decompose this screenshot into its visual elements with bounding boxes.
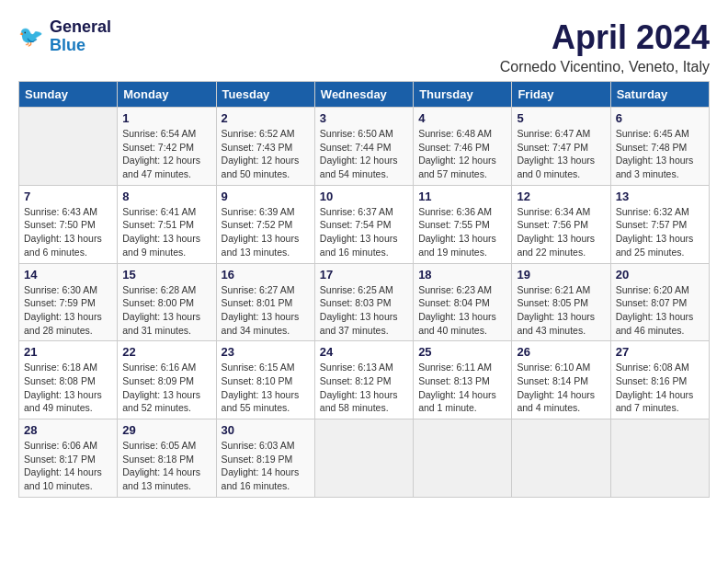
- calendar-cell: 25Sunrise: 6:11 AMSunset: 8:13 PMDayligh…: [414, 341, 512, 419]
- weekday-header-row: SundayMondayTuesdayWednesdayThursdayFrid…: [19, 82, 710, 108]
- calendar-header: SundayMondayTuesdayWednesdayThursdayFrid…: [19, 82, 710, 108]
- day-number: 24: [320, 345, 408, 359]
- day-number: 1: [122, 111, 210, 125]
- day-number: 8: [122, 190, 210, 203]
- page-header: 🐦 General Blue April 2024 Cornedo Vicent…: [18, 18, 710, 75]
- weekday-header-thursday: Thursday: [414, 82, 512, 108]
- calendar-cell: 9Sunrise: 6:39 AMSunset: 7:52 PMDaylight…: [216, 185, 314, 263]
- calendar-cell: 1Sunrise: 6:54 AMSunset: 7:42 PMDaylight…: [118, 108, 216, 186]
- day-number: 28: [24, 423, 112, 437]
- day-info: Sunrise: 6:03 AMSunset: 8:19 PMDaylight:…: [222, 439, 310, 493]
- day-info: Sunrise: 6:06 AMSunset: 8:17 PMDaylight:…: [24, 439, 112, 493]
- day-number: 18: [418, 268, 506, 282]
- day-number: 14: [24, 268, 112, 282]
- calendar-cell: 29Sunrise: 6:05 AMSunset: 8:18 PMDayligh…: [118, 419, 216, 498]
- day-number: 3: [320, 111, 408, 125]
- day-number: 22: [122, 345, 210, 359]
- weekday-header-monday: Monday: [118, 82, 216, 108]
- calendar-cell: [414, 419, 512, 498]
- day-info: Sunrise: 6:27 AMSunset: 8:01 PMDaylight:…: [222, 283, 310, 338]
- day-number: 29: [122, 423, 210, 437]
- calendar-cell: 17Sunrise: 6:25 AMSunset: 8:03 PMDayligh…: [314, 263, 413, 341]
- calendar-cell: [19, 108, 118, 186]
- calendar-cell: 13Sunrise: 6:32 AMSunset: 7:57 PMDayligh…: [610, 185, 709, 263]
- day-number: 26: [517, 345, 605, 359]
- calendar-cell: 26Sunrise: 6:10 AMSunset: 8:14 PMDayligh…: [512, 341, 610, 419]
- day-info: Sunrise: 6:37 AMSunset: 7:54 PMDaylight:…: [320, 205, 408, 259]
- day-number: 5: [517, 111, 605, 125]
- day-number: 13: [616, 190, 704, 203]
- day-number: 21: [24, 345, 112, 359]
- day-info: Sunrise: 6:41 AMSunset: 7:51 PMDaylight:…: [122, 205, 210, 259]
- calendar-cell: 8Sunrise: 6:41 AMSunset: 7:51 PMDaylight…: [118, 185, 216, 263]
- svg-text:🐦: 🐦: [18, 24, 44, 49]
- day-info: Sunrise: 6:48 AMSunset: 7:46 PMDaylight:…: [418, 127, 506, 181]
- day-info: Sunrise: 6:11 AMSunset: 8:13 PMDaylight:…: [418, 361, 506, 415]
- day-info: Sunrise: 6:08 AMSunset: 8:16 PMDaylight:…: [616, 361, 704, 415]
- day-info: Sunrise: 6:54 AMSunset: 7:42 PMDaylight:…: [122, 127, 210, 181]
- day-info: Sunrise: 6:43 AMSunset: 7:50 PMDaylight:…: [24, 205, 112, 259]
- day-info: Sunrise: 6:50 AMSunset: 7:44 PMDaylight:…: [320, 127, 408, 181]
- day-info: Sunrise: 6:21 AMSunset: 8:05 PMDaylight:…: [517, 283, 605, 338]
- day-info: Sunrise: 6:39 AMSunset: 7:52 PMDaylight:…: [222, 205, 310, 259]
- calendar-cell: 2Sunrise: 6:52 AMSunset: 7:43 PMDaylight…: [216, 108, 314, 186]
- calendar-cell: 14Sunrise: 6:30 AMSunset: 7:59 PMDayligh…: [19, 263, 118, 341]
- calendar-cell: 12Sunrise: 6:34 AMSunset: 7:56 PMDayligh…: [512, 185, 610, 263]
- logo: 🐦 General Blue: [18, 18, 111, 55]
- location: Cornedo Vicentino, Veneto, Italy: [500, 59, 710, 75]
- calendar-cell: 20Sunrise: 6:20 AMSunset: 8:07 PMDayligh…: [610, 263, 709, 341]
- logo-text: General Blue: [50, 18, 111, 55]
- day-info: Sunrise: 6:18 AMSunset: 8:08 PMDaylight:…: [24, 361, 112, 415]
- day-number: 25: [418, 345, 506, 359]
- day-info: Sunrise: 6:36 AMSunset: 7:55 PMDaylight:…: [418, 205, 506, 259]
- day-info: Sunrise: 6:20 AMSunset: 8:07 PMDaylight:…: [616, 283, 704, 338]
- day-number: 27: [616, 345, 704, 359]
- logo-icon: 🐦: [18, 23, 46, 51]
- day-info: Sunrise: 6:10 AMSunset: 8:14 PMDaylight:…: [517, 361, 605, 415]
- calendar-cell: 15Sunrise: 6:28 AMSunset: 8:00 PMDayligh…: [118, 263, 216, 341]
- day-number: 10: [320, 190, 408, 203]
- calendar-cell: 4Sunrise: 6:48 AMSunset: 7:46 PMDaylight…: [414, 108, 512, 186]
- weekday-header-saturday: Saturday: [610, 82, 709, 108]
- calendar-week-row: 1Sunrise: 6:54 AMSunset: 7:42 PMDaylight…: [19, 108, 710, 186]
- day-info: Sunrise: 6:16 AMSunset: 8:09 PMDaylight:…: [122, 361, 210, 415]
- month-title: April 2024: [500, 18, 710, 57]
- calendar-cell: 18Sunrise: 6:23 AMSunset: 8:04 PMDayligh…: [414, 263, 512, 341]
- day-number: 20: [616, 268, 704, 282]
- day-info: Sunrise: 6:28 AMSunset: 8:00 PMDaylight:…: [122, 283, 210, 338]
- calendar-cell: 11Sunrise: 6:36 AMSunset: 7:55 PMDayligh…: [414, 185, 512, 263]
- day-info: Sunrise: 6:15 AMSunset: 8:10 PMDaylight:…: [222, 361, 310, 415]
- weekday-header-friday: Friday: [512, 82, 610, 108]
- weekday-header-wednesday: Wednesday: [314, 82, 413, 108]
- day-number: 12: [517, 190, 605, 203]
- day-number: 11: [418, 190, 506, 203]
- day-info: Sunrise: 6:05 AMSunset: 8:18 PMDaylight:…: [122, 439, 210, 493]
- day-number: 15: [122, 268, 210, 282]
- day-number: 17: [320, 268, 408, 282]
- day-number: 19: [517, 268, 605, 282]
- day-info: Sunrise: 6:30 AMSunset: 7:59 PMDaylight:…: [24, 283, 112, 338]
- day-info: Sunrise: 6:47 AMSunset: 7:47 PMDaylight:…: [517, 127, 605, 181]
- day-number: 23: [222, 345, 310, 359]
- day-number: 7: [24, 190, 112, 203]
- day-info: Sunrise: 6:13 AMSunset: 8:12 PMDaylight:…: [320, 361, 408, 415]
- day-number: 2: [222, 111, 310, 125]
- calendar-week-row: 7Sunrise: 6:43 AMSunset: 7:50 PMDaylight…: [19, 185, 710, 263]
- day-number: 6: [616, 111, 704, 125]
- calendar-cell: 7Sunrise: 6:43 AMSunset: 7:50 PMDaylight…: [19, 185, 118, 263]
- calendar-week-row: 21Sunrise: 6:18 AMSunset: 8:08 PMDayligh…: [19, 341, 710, 419]
- calendar-cell: 27Sunrise: 6:08 AMSunset: 8:16 PMDayligh…: [610, 341, 709, 419]
- day-info: Sunrise: 6:32 AMSunset: 7:57 PMDaylight:…: [616, 205, 704, 259]
- weekday-header-sunday: Sunday: [19, 82, 118, 108]
- calendar-cell: 6Sunrise: 6:45 AMSunset: 7:48 PMDaylight…: [610, 108, 709, 186]
- calendar-cell: [512, 419, 610, 498]
- calendar-cell: 30Sunrise: 6:03 AMSunset: 8:19 PMDayligh…: [216, 419, 314, 498]
- day-number: 9: [222, 190, 310, 203]
- calendar-week-row: 14Sunrise: 6:30 AMSunset: 7:59 PMDayligh…: [19, 263, 710, 341]
- day-number: 30: [222, 423, 310, 437]
- day-info: Sunrise: 6:34 AMSunset: 7:56 PMDaylight:…: [517, 205, 605, 259]
- calendar-table: SundayMondayTuesdayWednesdayThursdayFrid…: [18, 81, 710, 498]
- day-info: Sunrise: 6:25 AMSunset: 8:03 PMDaylight:…: [320, 283, 408, 338]
- weekday-header-tuesday: Tuesday: [216, 82, 314, 108]
- calendar-cell: 23Sunrise: 6:15 AMSunset: 8:10 PMDayligh…: [216, 341, 314, 419]
